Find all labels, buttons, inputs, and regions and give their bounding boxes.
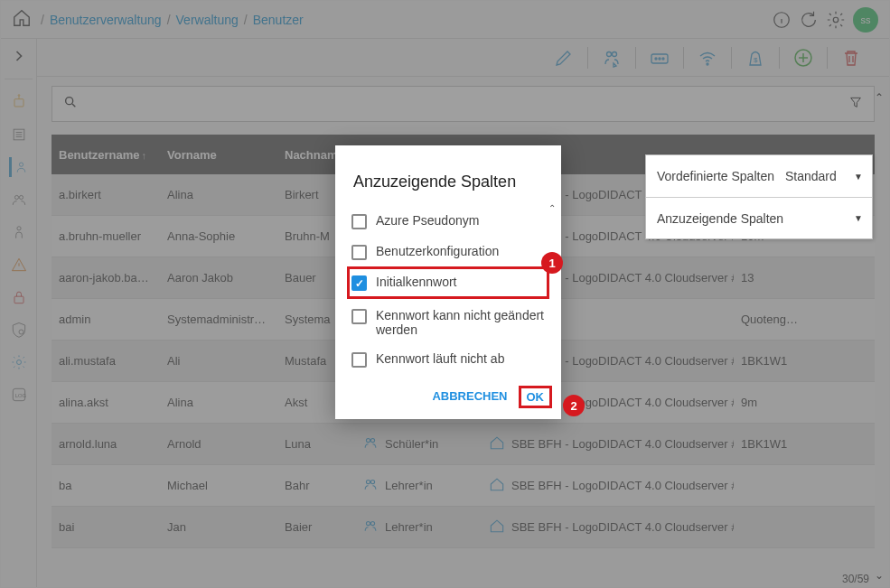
columns-modal: Anzuzeigende Spalten ⌃ Azure PseudonymBe…	[335, 145, 561, 419]
column-config-panel: Vordefinierte Spalten Standard▼ Anzuzeig…	[645, 154, 873, 239]
modal-title: Anzuzeigende Spalten	[335, 145, 561, 206]
chevron-down-icon: ▼	[854, 213, 863, 223]
modal-option[interactable]: Azure Pseudonym	[348, 206, 548, 237]
display-columns-row[interactable]: Anzuzeigende Spalten ▼	[646, 197, 872, 238]
checkbox[interactable]	[351, 245, 367, 260]
option-label: Azure Pseudonym	[376, 213, 479, 228]
option-label: Kennwort kann nicht geändert werden	[376, 308, 545, 337]
cancel-button[interactable]: ABBRECHEN	[426, 386, 512, 408]
modal-options-list: Azure PseudonymBenutzerkonfigurationInit…	[335, 206, 561, 375]
checkbox[interactable]	[351, 275, 367, 291]
option-label: Kennwort läuft nicht ab	[376, 351, 504, 366]
chevron-down-icon: ▼	[854, 172, 863, 182]
ok-button[interactable]: OK	[519, 386, 553, 408]
callout-badge-2: 2	[563, 395, 585, 416]
modal-option[interactable]: Benutzerkonfiguration	[348, 237, 548, 267]
checkbox[interactable]	[351, 352, 367, 368]
option-label: Initialkennwort	[376, 275, 457, 289]
predefined-columns-row[interactable]: Vordefinierte Spalten Standard▼	[646, 155, 872, 197]
modal-option[interactable]: Kennwort läuft nicht ab	[348, 344, 548, 375]
option-label: Benutzerkonfiguration	[376, 244, 499, 258]
callout-badge-1: 1	[541, 252, 563, 274]
checkbox[interactable]	[351, 309, 367, 324]
checkbox[interactable]	[351, 214, 367, 229]
modal-option[interactable]: Initialkennwort	[347, 266, 549, 299]
modal-option[interactable]: Kennwort kann nicht geändert werden	[348, 301, 548, 344]
scroll-up-icon[interactable]: ⌃	[548, 203, 556, 213]
